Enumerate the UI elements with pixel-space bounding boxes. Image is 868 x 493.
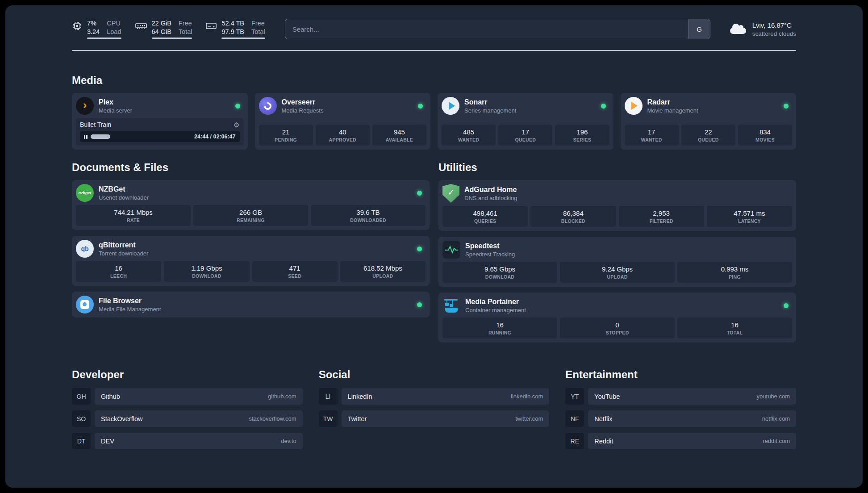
stat-series: 196 SERIES [555, 125, 609, 146]
section-title-developer: Developer [72, 368, 303, 381]
service-desc: Container management [465, 307, 526, 313]
bookmark-youtube[interactable]: YT YouTube youtube.com [565, 388, 796, 405]
memory-icon [135, 21, 147, 33]
service-card-adguard[interactable]: ✓ AdGuard Home DNS and adblocking 498,46… [438, 180, 796, 231]
service-card-qbittorrent[interactable]: qb qBittorrent Torrent downloader 16 LEE… [72, 236, 430, 286]
stat-pending: 21 PENDING [259, 125, 313, 146]
bookmark-github[interactable]: GH Github github.com [72, 388, 303, 405]
service-desc: DNS and adblocking [464, 195, 517, 201]
bookmark-abbr: RE [565, 433, 584, 449]
pause-button[interactable] [84, 135, 88, 139]
bookmark-netflix[interactable]: NF Netflix netflix.com [565, 410, 796, 427]
service-card-filebrowser[interactable]: File Browser Media File Management [72, 292, 430, 318]
bookmark-label: YouTube [594, 393, 620, 400]
disk-free-label: Free [251, 19, 265, 28]
bookmark-label: LinkedIn [348, 393, 372, 400]
service-card-overseerr[interactable]: Overseerr Media Requests 21 PENDING 40 A… [255, 93, 431, 150]
playback-bar: 24:44 / 02:06:47 [80, 131, 240, 142]
service-card-sonarr[interactable]: Sonarr Series management 485 WANTED 17 Q… [438, 93, 613, 150]
bookmark-abbr: DT [72, 433, 91, 449]
bookmark-url: dev.to [281, 438, 296, 444]
search-input[interactable] [285, 19, 689, 39]
status-dot [784, 104, 789, 109]
cpu-percent: 7% [87, 19, 100, 28]
bookmark-dev[interactable]: DT DEV dev.to [72, 433, 303, 449]
bookmark-url: twitter.com [515, 415, 543, 422]
service-name: Media Portainer [465, 297, 526, 306]
cpu-load-label: Load [107, 28, 121, 36]
nzbget-icon: nzbget [76, 184, 94, 202]
service-desc: Torrent downloader [99, 250, 148, 257]
status-dot [235, 104, 240, 109]
stat-queries: 498,461 QUERIES [442, 206, 528, 227]
service-desc: Media File Management [99, 306, 161, 313]
radarr-icon [625, 97, 643, 115]
cpu-usage-bar [87, 38, 121, 39]
plex-icon: › [76, 97, 94, 115]
bookmark-reddit[interactable]: RE Reddit reddit.com [565, 433, 796, 449]
stat-queued: 22 QUEUED [681, 125, 735, 146]
stat-total: 16 TOTAL [677, 318, 792, 338]
cpu-widget: 7% CPU 3.24 Load [72, 19, 121, 39]
bookmark-abbr: YT [565, 388, 584, 405]
disk-usage-bar [221, 38, 265, 39]
memory-total-value: 64 GiB [152, 28, 171, 36]
service-name: NZBGet [99, 185, 149, 193]
bookmark-twitter[interactable]: TW Twitter twitter.com [319, 410, 550, 427]
service-name: AdGuard Home [464, 185, 517, 194]
service-desc: Usenet downloader [99, 194, 149, 201]
section-title-entertainment: Entertainment [565, 368, 796, 381]
disk-total-label: Total [251, 28, 265, 36]
stat-stopped: 0 STOPPED [560, 318, 675, 338]
cloud-icon [730, 28, 746, 34]
bookmark-stackoverflow[interactable]: SO StackOverflow stackoverflow.com [72, 410, 303, 427]
speedtest-icon [442, 241, 460, 259]
disk-total-value: 97.9 TB [221, 28, 244, 36]
bookmark-abbr: GH [72, 388, 91, 405]
service-desc: Series management [464, 107, 516, 114]
status-dot [417, 302, 422, 307]
stat-download: 1.19 Gbps DOWNLOAD [164, 261, 249, 282]
service-card-speedtest[interactable]: Speedtest Speedtest Tracking 9.65 Gbps D… [438, 237, 796, 287]
service-card-nzbget[interactable]: nzbget NZBGet Usenet downloader 744.21 M… [72, 180, 430, 230]
search-provider-button[interactable]: G [689, 19, 710, 39]
service-name: Sonarr [464, 98, 516, 106]
stat-latency: 47.571 ms LATENCY [707, 206, 792, 227]
stat-queued: 17 QUEUED [498, 125, 552, 146]
service-desc: Speedtest Tracking [465, 251, 515, 258]
section-documents: Documents & Files nzbget NZBGet Usenet d… [72, 161, 430, 318]
bookmark-label: StackOverflow [101, 415, 142, 422]
service-card-radarr[interactable]: Radarr Movie management 17 WANTED 22 QUE… [621, 93, 797, 150]
bookmark-url: youtube.com [757, 393, 790, 400]
gear-icon[interactable]: ⚙ [234, 121, 239, 128]
plex-now-playing: Bullet Train ⚙ 24:44 / 02:06:47 [76, 118, 244, 146]
service-card-portainer[interactable]: Media Portainer Container management 16 … [438, 292, 796, 343]
overseerr-icon [259, 97, 277, 115]
bookmark-group-social: Social LI LinkedIn linkedin.com TW Twitt… [319, 368, 550, 433]
weather-widget: Lviv, 16.87°C scattered clouds [730, 21, 796, 37]
section-title-utilities: Utilities [438, 161, 796, 174]
stat-upload: 9.24 Gbps UPLOAD [560, 262, 675, 283]
section-utilities: Utilities ✓ AdGuard Home DNS and adblock… [438, 161, 796, 343]
bookmark-label: Twitter [348, 415, 367, 422]
playback-time: 24:44 / 02:06:47 [194, 134, 235, 140]
bookmark-abbr: SO [72, 410, 91, 427]
weather-condition: scattered clouds [752, 30, 796, 37]
service-name: qBittorrent [99, 241, 148, 249]
service-desc: Movie management [647, 107, 698, 114]
status-dot [601, 104, 606, 109]
stat-wanted: 17 WANTED [625, 125, 679, 146]
bookmark-url: netflix.com [762, 415, 790, 422]
section-title-social: Social [319, 368, 550, 381]
bookmark-abbr: NF [565, 410, 584, 427]
stat-remaining: 266 GB REMAINING [193, 205, 308, 226]
portainer-icon [442, 297, 460, 314]
bookmark-abbr: LI [319, 388, 338, 405]
bookmark-label: DEV [101, 438, 114, 445]
stat-running: 16 RUNNING [442, 318, 557, 338]
bookmark-linkedin[interactable]: LI LinkedIn linkedin.com [319, 388, 550, 405]
service-card-plex[interactable]: › Plex Media server Bullet Train ⚙ [72, 93, 248, 150]
stat-download: 9.65 Gbps DOWNLOAD [442, 262, 557, 283]
topbar: 7% CPU 3.24 Load [72, 5, 796, 39]
service-name: Radarr [647, 98, 698, 106]
